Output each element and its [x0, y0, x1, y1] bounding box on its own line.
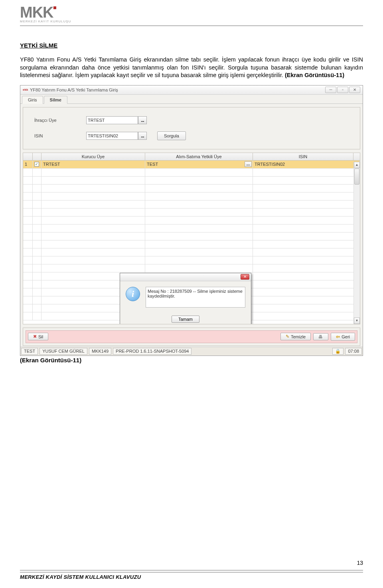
sil-label: Sil: [38, 334, 43, 339]
lock-icon: 🔒: [332, 348, 344, 355]
isin-input[interactable]: [86, 132, 138, 140]
tab-giris[interactable]: Giris: [22, 96, 43, 104]
tab-row: Giris Silme: [20, 95, 363, 104]
geri-label: Geri: [342, 334, 350, 339]
footer-title: MERKEZİ KAYDİ SİSTEM KULLANICI KLAVUZU: [20, 574, 363, 580]
table-row: [23, 193, 360, 201]
header-rule: [20, 26, 363, 26]
label-ihracci-uye: İhraçcı Üye: [34, 118, 86, 123]
col-index: [23, 153, 33, 160]
table-row: [23, 256, 360, 264]
action-bar: ✖ Sil ✎ Temizle 🖶 ⇦ Geri: [26, 330, 357, 343]
scroll-thumb[interactable]: [354, 169, 359, 185]
table-row: [23, 209, 360, 217]
app-window: ekk YF80 Yatırım Fonu A/S Yetki Tanımlam…: [20, 85, 363, 356]
page-footer: 13 MERKEZİ KAYDİ SİSTEM KULLANICI KLAVUZ…: [20, 560, 363, 580]
table-row: [23, 232, 360, 240]
printer-icon: 🖶: [318, 334, 323, 339]
document-body: YETKİ SİLME YF80 Yatırım Fonu A/S Yetki …: [20, 42, 363, 364]
logo-dot-icon: [53, 6, 56, 9]
logo-text: MKK: [20, 4, 53, 21]
label-isin: ISIN: [34, 133, 86, 138]
table-row: [23, 185, 360, 193]
status-version: PRE-PROD 1.6.11-SNAPSHOT-5094: [113, 348, 192, 355]
col-checkbox: [33, 153, 41, 160]
app-icon: ekk: [23, 88, 28, 91]
col-isin: ISIN: [253, 153, 353, 160]
table-row: [23, 224, 360, 232]
row-checkbox-cell: ✓: [33, 161, 41, 168]
window-controls: ─ ▫ ✕: [325, 87, 360, 93]
dialog-close-button[interactable]: ✕: [241, 274, 249, 280]
logo: MKK: [20, 4, 363, 21]
section-heading: YETKİ SİLME: [20, 42, 363, 49]
isin-picker-button[interactable]: ...: [138, 132, 147, 140]
cell-picker-button[interactable]: ...: [245, 161, 252, 167]
col-kurucu-uye: Kurucu Üye: [41, 153, 145, 160]
cell-isin: TRTESTISIN02: [253, 161, 360, 168]
figure-caption: (Ekran Görüntüsü-11): [20, 357, 363, 364]
geri-button[interactable]: ⇦ Geri: [331, 333, 355, 341]
page-number: 13: [20, 560, 363, 566]
delete-icon: ✖: [33, 334, 37, 339]
grid-header: Kurucu Üye Alım-Satıma Yetkili Üye ISIN: [23, 153, 360, 161]
minimize-button[interactable]: ─: [325, 87, 336, 93]
action-bar-wrap: ✖ Sil ✎ Temizle 🖶 ⇦ Geri: [23, 328, 360, 346]
print-button[interactable]: 🖶: [313, 333, 328, 340]
table-row: [23, 217, 360, 224]
table-row[interactable]: 1 ✓ TRTEST TEST ... TRTESTISIN02: [23, 161, 360, 169]
dialog-ok-button[interactable]: Tamam: [172, 316, 199, 323]
temizle-button[interactable]: ✎ Temizle: [280, 333, 311, 340]
ihracci-picker-button[interactable]: ...: [138, 116, 147, 124]
status-code: MKK149: [89, 348, 111, 355]
close-button[interactable]: ✕: [349, 87, 360, 93]
info-icon: i: [126, 287, 140, 301]
status-user: TEST: [21, 348, 38, 355]
table-row: [23, 248, 360, 256]
row-checkbox[interactable]: ✓: [34, 162, 39, 167]
broom-icon: ✎: [286, 334, 289, 339]
cell-kurucu: TRTEST: [41, 161, 145, 168]
row-index: 1: [23, 161, 33, 168]
logo-subtitle: MERKEZİ KAYIT KURULUŞU: [20, 20, 363, 23]
scrollbar[interactable]: ▲ ▼: [353, 162, 360, 324]
message-dialog: ✕ i Mesaj No : 218287509 -- Silme işlemi…: [120, 273, 251, 324]
footer-rule: [20, 570, 363, 572]
dialog-titlebar: ✕: [120, 273, 251, 281]
table-row: [23, 177, 360, 185]
sil-button[interactable]: ✖ Sil: [28, 333, 48, 340]
tab-silme[interactable]: Silme: [44, 96, 67, 104]
window-title: YF80 Yatırım Fonu A/S Yetki Tanımlama Gi…: [30, 87, 118, 92]
page-header: MKK MERKEZİ KAYIT KURULUŞU: [20, 0, 363, 26]
results-grid: Kurucu Üye Alım-Satıma Yetkili Üye ISIN …: [23, 153, 360, 324]
form-panel: İhraçcı Üye ... ISIN ... Sorgula: [23, 107, 360, 149]
status-time: 07:08: [345, 348, 362, 355]
table-row: [23, 264, 360, 272]
col-yetkili-uye: Alım-Satıma Yetkili Üye: [145, 153, 253, 160]
cell-yetkili-text: TEST: [147, 162, 158, 167]
ihracci-uye-input[interactable]: [86, 116, 138, 124]
figure-ref: (Ekran Görüntüsü-11): [285, 72, 344, 78]
sorgula-button[interactable]: Sorgula: [157, 131, 186, 140]
table-row: [23, 201, 360, 209]
status-bar: TEST YUSUF CEM GÜREL MKK149 PRE-PROD 1.6…: [20, 347, 363, 356]
col-scroll-spacer: [353, 153, 360, 160]
section-paragraph: YF80 Yatırım Fonu A/S Yetki Tanımlama Gi…: [20, 56, 363, 79]
dialog-message: Mesaj No : 218287509 -- Silme işleminiz …: [146, 287, 245, 308]
status-fullname: YUSUF CEM GÜREL: [39, 348, 87, 355]
scroll-down-icon[interactable]: ▼: [354, 318, 360, 324]
table-row: [23, 240, 360, 248]
temizle-label: Temizle: [291, 334, 306, 339]
scroll-up-icon[interactable]: ▲: [354, 162, 360, 168]
table-row: [23, 169, 360, 177]
cell-yetkili: TEST ...: [145, 161, 253, 168]
titlebar: ekk YF80 Yatırım Fonu A/S Yetki Tanımlam…: [20, 85, 363, 95]
back-arrow-icon: ⇦: [336, 334, 340, 340]
maximize-button[interactable]: ▫: [337, 87, 348, 93]
